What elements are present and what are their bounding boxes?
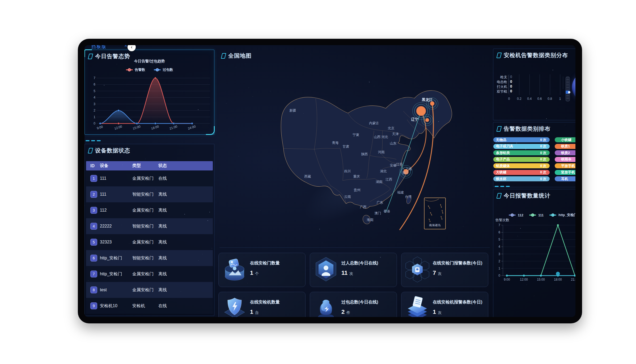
rank-pill: 无物品0 次 bbox=[493, 137, 550, 142]
axis-line bbox=[508, 75, 508, 93]
table-cell: 在线 bbox=[158, 303, 213, 309]
pill-label: 大铁罐 bbox=[496, 170, 506, 175]
pill-value: 0 次 bbox=[540, 157, 546, 162]
svg-text:18:00: 18:00 bbox=[151, 125, 159, 131]
table-row[interactable]: 532323金属安检门离线 bbox=[86, 234, 213, 250]
row-id-badge: 2 bbox=[90, 191, 97, 198]
table-cell: 离线 bbox=[158, 287, 213, 293]
star-decoration bbox=[140, 60, 141, 61]
star-decoration bbox=[198, 109, 198, 110]
stat-card-value: 1台 bbox=[250, 309, 259, 315]
svg-text:0: 0 bbox=[498, 274, 500, 277]
panel-device-status: 设备数据状态 ID设备类型状态1111金属安检门在线2111智能安检门离线311… bbox=[84, 144, 214, 316]
province-label: 内蒙古 bbox=[369, 121, 379, 125]
row-id-badge: 3 bbox=[90, 207, 97, 214]
table-cell: 金属安检门 bbox=[132, 287, 158, 293]
star-decoration bbox=[311, 54, 311, 54]
rank-pill: 电子或刀具0 次 bbox=[493, 144, 550, 149]
province-label: 福建 bbox=[397, 191, 404, 194]
star-decoration bbox=[403, 211, 404, 211]
rank-pill: 耳机 bbox=[555, 176, 575, 181]
grid-line bbox=[560, 74, 560, 95]
rank-pill: 条形铝类0 次 bbox=[493, 150, 550, 155]
rank-pill: 铁雨伞 bbox=[555, 157, 575, 162]
svg-text:18:00: 18:00 bbox=[554, 278, 562, 281]
star-decoration bbox=[525, 105, 525, 105]
stat-card-unit: 次 bbox=[438, 310, 442, 315]
star-decoration bbox=[122, 165, 123, 165]
table-row[interactable]: 1111金属安检门在线 bbox=[86, 170, 213, 186]
row-id-badge: 4 bbox=[90, 223, 97, 230]
province-label: 湖北 bbox=[380, 169, 387, 173]
table-row[interactable]: 3112金属安检门离线 bbox=[86, 202, 213, 218]
star-decoration bbox=[258, 236, 259, 236]
panel-title-category-rank: 告警数据类别排布 bbox=[497, 125, 550, 132]
svg-text:7: 7 bbox=[498, 223, 500, 227]
star-decoration bbox=[230, 274, 231, 275]
table-row[interactable]: 2111智能安检门离线 bbox=[86, 186, 213, 202]
province-label: 河北 bbox=[381, 135, 388, 139]
table-row[interactable]: 8test金属安检门离线 bbox=[86, 282, 213, 298]
star-decoration bbox=[193, 125, 193, 126]
device-table: ID设备类型状态1111金属安检门在线2111智能安检门离线3112金属安检门离… bbox=[86, 161, 213, 314]
svg-text:6: 6 bbox=[498, 230, 500, 234]
table-cell: 金属安检门 bbox=[132, 239, 158, 245]
table-cell: http_安检门 bbox=[100, 255, 132, 261]
svg-text:2: 2 bbox=[94, 109, 95, 112]
table-row[interactable]: 6http_安检门智能安检门离线 bbox=[86, 250, 213, 266]
panel-title-map: 全国地图 bbox=[222, 52, 252, 59]
column-header: 设备 bbox=[100, 163, 132, 169]
province-label: 台湾 bbox=[405, 195, 412, 199]
pill-value: 0 次 bbox=[540, 164, 546, 168]
province-label: 安徽 bbox=[390, 164, 397, 167]
table-row[interactable]: 7http_安检门金属安检门离线 bbox=[86, 266, 213, 282]
table-row[interactable]: 422222智能安检门离线 bbox=[86, 218, 213, 234]
province-label: 浙江 bbox=[402, 171, 409, 175]
pill-value: 0 次 bbox=[540, 144, 546, 149]
grid-line bbox=[509, 74, 509, 95]
tab-baffle-board[interactable]: 挡板版 bbox=[91, 45, 107, 50]
panel-deco-dashes bbox=[86, 140, 101, 141]
star-decoration bbox=[457, 250, 457, 250]
province-label: 香港 bbox=[384, 209, 390, 213]
cell-id: 9 bbox=[86, 302, 100, 309]
stat-card-value: 7次 bbox=[433, 269, 442, 276]
dashboard: 挡板版 ∧ ‹ 今日告警态势 今日告警/过包趋势 告警数过包数 01234567… bbox=[84, 45, 575, 317]
svg-text:24:00: 24:00 bbox=[187, 125, 196, 131]
province-label: 宁夏 bbox=[353, 133, 359, 137]
rank-pill: 平放手机 bbox=[555, 163, 575, 168]
star-decoration bbox=[104, 85, 104, 85]
svg-text:4: 4 bbox=[94, 96, 95, 99]
pill-value: 0 次 bbox=[540, 151, 546, 155]
table-cell: http_安检门 bbox=[100, 271, 132, 277]
category-label: 打火机 bbox=[495, 84, 507, 89]
divider bbox=[563, 76, 563, 89]
zoom-slider-handle[interactable] bbox=[566, 91, 569, 94]
province-label: 陕西 bbox=[361, 152, 368, 156]
rank-pill: 电子产品0 次 bbox=[493, 157, 550, 162]
pill-label: 电子产品 bbox=[496, 157, 510, 162]
svg-text:3: 3 bbox=[498, 252, 500, 256]
axis-tick-label: 0.4 bbox=[527, 97, 532, 101]
star-decoration bbox=[319, 229, 320, 229]
bag-icon bbox=[313, 295, 339, 317]
table-row[interactable]: 9安检机10安检机在线 bbox=[86, 298, 213, 314]
table-cell: 在线 bbox=[158, 176, 213, 181]
inset-label: 南海诸岛 bbox=[429, 224, 441, 227]
pill-label: 条形铝类 bbox=[496, 151, 510, 155]
panel-title-text: 全国地图 bbox=[228, 52, 252, 59]
table-cell: 111 bbox=[100, 176, 132, 181]
province-label: 河南 bbox=[378, 150, 385, 154]
svg-text:告警次数: 告警次数 bbox=[495, 218, 509, 222]
table-cell: 安检机 bbox=[132, 303, 158, 309]
axis-tick-label: 0 bbox=[508, 97, 510, 101]
chevron-up-icon[interactable]: ∧ bbox=[124, 45, 127, 48]
table-cell: 32323 bbox=[100, 240, 132, 245]
pill-label: 耳机 bbox=[557, 177, 568, 181]
grid-line bbox=[550, 74, 550, 95]
table-cell: 金属安检门 bbox=[132, 176, 158, 181]
table-cell: 离线 bbox=[158, 208, 213, 213]
rank-pill: 铁质1 bbox=[555, 144, 575, 149]
pill-label: 平放手机 bbox=[557, 164, 575, 168]
star-decoration bbox=[226, 103, 226, 104]
